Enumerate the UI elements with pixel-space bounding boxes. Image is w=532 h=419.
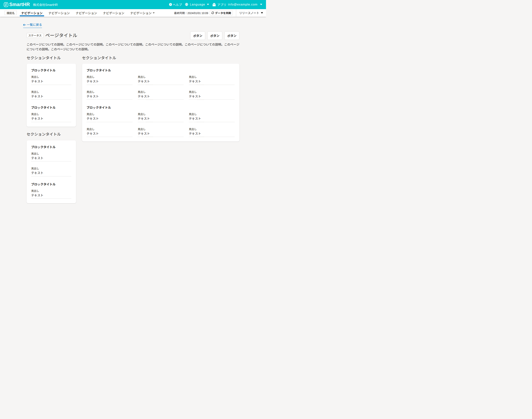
svg-text:?: ? [170,3,171,6]
